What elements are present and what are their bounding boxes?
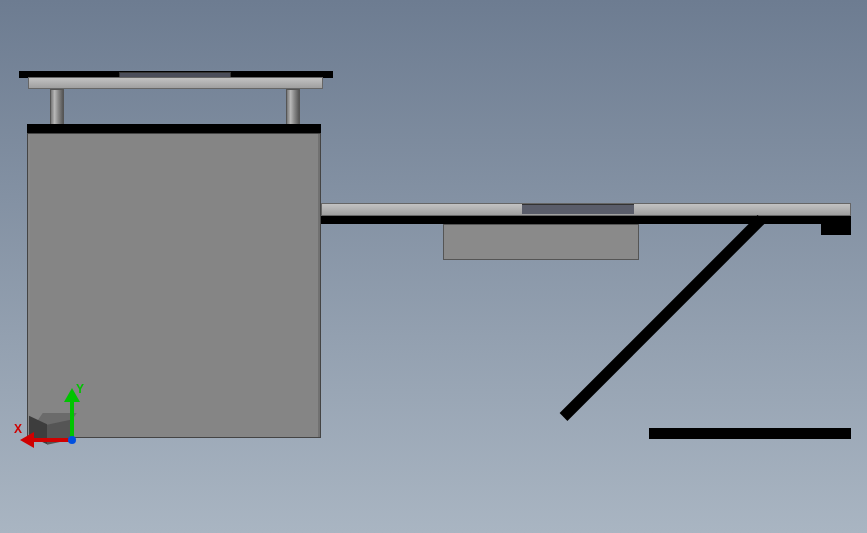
z-leg-bottom-segment bbox=[649, 428, 851, 439]
standoff-post-left bbox=[50, 89, 64, 125]
main-housing-block bbox=[27, 133, 321, 438]
hanging-bracket bbox=[443, 224, 639, 260]
z-leg-diagonal-segment bbox=[649, 223, 854, 443]
upper-base-strip bbox=[27, 124, 321, 133]
standoff-post-right bbox=[286, 89, 300, 125]
x-axis-label: X bbox=[14, 422, 22, 436]
top-mounting-plate bbox=[28, 77, 323, 89]
cad-3d-viewport[interactable]: Y X bbox=[0, 0, 867, 533]
arm-center-insert bbox=[522, 204, 634, 214]
